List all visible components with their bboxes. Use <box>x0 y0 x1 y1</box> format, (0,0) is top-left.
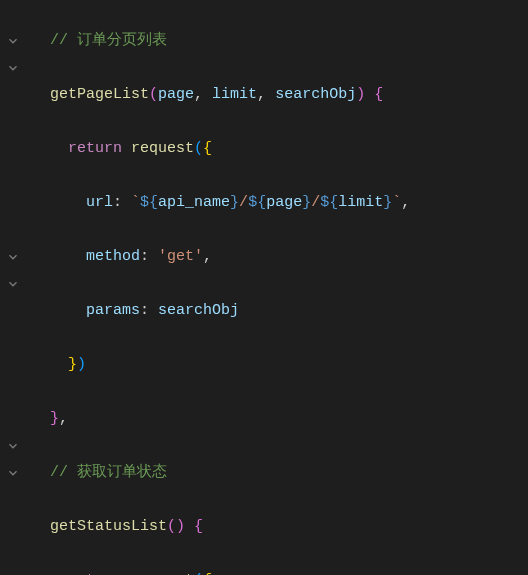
fold-chevron-icon[interactable] <box>0 27 24 54</box>
code-line: }) <box>32 351 528 378</box>
code-line: return request({ <box>32 135 528 162</box>
comment: // 获取订单状态 <box>50 464 167 481</box>
comment: // 订单分页列表 <box>50 32 167 49</box>
fold-chevron-icon[interactable] <box>0 459 24 486</box>
fold-chevron-icon[interactable] <box>0 270 24 297</box>
code-line: }, <box>32 405 528 432</box>
code-line: getStatusList() { <box>32 513 528 540</box>
fold-chevron-icon[interactable] <box>0 432 24 459</box>
code-area[interactable]: // 订单分页列表 getPageList(page, limit, searc… <box>24 0 528 575</box>
fold-chevron-icon[interactable] <box>0 54 24 81</box>
code-line: return request({ <box>32 567 528 575</box>
code-line: // 获取订单状态 <box>32 459 528 486</box>
code-line: url: `${api_name}/${page}/${limit}`, <box>32 189 528 216</box>
fold-chevron-icon[interactable] <box>0 243 24 270</box>
code-line: method: 'get', <box>32 243 528 270</box>
code-line: params: searchObj <box>32 297 528 324</box>
fold-gutter <box>0 0 24 575</box>
function-name: getStatusList <box>50 518 167 535</box>
code-line: getPageList(page, limit, searchObj) { <box>32 81 528 108</box>
keyword: return <box>68 140 122 157</box>
code-editor[interactable]: // 订单分页列表 getPageList(page, limit, searc… <box>0 0 528 575</box>
code-line: // 订单分页列表 <box>32 27 528 54</box>
function-name: getPageList <box>50 86 149 103</box>
